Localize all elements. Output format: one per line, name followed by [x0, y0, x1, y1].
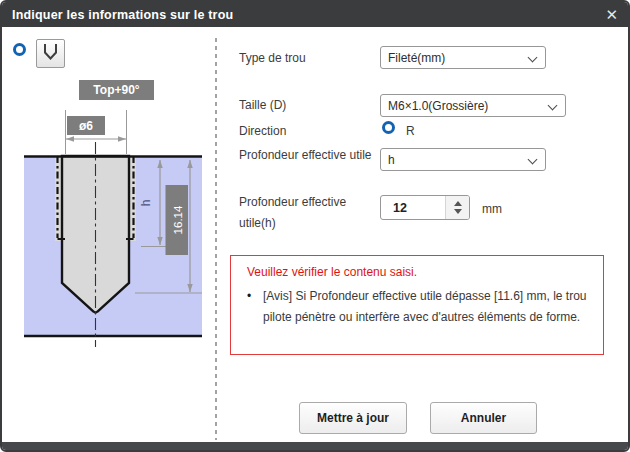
- blind-tapped-hole-icon: [39, 42, 62, 65]
- hole-shape-radio[interactable]: [13, 43, 26, 56]
- effective-depth-h-label: Profondeur effective utile(h): [239, 192, 374, 234]
- panel-separator: [215, 38, 217, 440]
- effective-depth-h-input[interactable]: 12: [380, 195, 470, 220]
- chevron-down-icon: [528, 53, 538, 63]
- orientation-badge: Top+90°: [79, 80, 154, 100]
- warning-message: [Avis] Si Profondeur effective utile dép…: [263, 286, 591, 328]
- diameter-arrow-left: [66, 136, 74, 141]
- thread-depth-symbol: h: [139, 200, 153, 207]
- effective-depth-h-value: 12: [381, 201, 445, 215]
- close-icon[interactable]: ✕: [605, 7, 618, 22]
- hole-type-value: Fileté(mm): [388, 51, 445, 65]
- diameter-badge-label: ø6: [79, 119, 93, 133]
- size-value: M6×1.0(Grossière): [388, 99, 488, 113]
- spinner-up-icon[interactable]: [454, 201, 462, 206]
- dialog-title: Indiquer les informations sur le trou: [12, 8, 605, 22]
- direction-value: R: [406, 121, 415, 142]
- spinner-buttons[interactable]: [445, 196, 469, 219]
- title-bar: Indiquer les informations sur le trou ✕: [2, 2, 628, 27]
- bullet-icon: •: [247, 286, 263, 328]
- spinner-down-icon[interactable]: [454, 209, 462, 214]
- direction-label: Direction: [239, 121, 286, 142]
- chevron-down-icon: [528, 155, 538, 165]
- hole-info-dialog: Indiquer les informations sur le trou ✕ …: [0, 0, 630, 452]
- effective-depth-label: Profondeur effective utile: [239, 145, 374, 166]
- size-select[interactable]: M6×1.0(Grossière): [380, 94, 566, 117]
- chevron-down-icon: [548, 101, 558, 111]
- size-label: Taille (D): [239, 95, 286, 116]
- hole-cross-section-diagram: ø6 h 16.14: [2, 102, 217, 352]
- diameter-arrow-right: [118, 136, 126, 141]
- hole-type-select[interactable]: Fileté(mm): [380, 46, 546, 69]
- warning-item: • [Avis] Si Profondeur effective utile d…: [247, 286, 591, 328]
- effective-depth-select[interactable]: h: [380, 148, 546, 171]
- validation-warning-box: Veuillez vérifier le contenu saisi. • [A…: [230, 255, 604, 355]
- effective-depth-value: h: [388, 153, 395, 167]
- update-button[interactable]: Mettre à jour: [299, 402, 407, 434]
- dialog-bottom-bar: [2, 442, 628, 450]
- hole-type-label: Type de trou: [239, 48, 306, 69]
- cancel-button[interactable]: Annuler: [430, 402, 537, 434]
- warning-title: Veuillez vérifier le contenu saisi.: [247, 265, 591, 279]
- unit-label: mm: [482, 202, 502, 216]
- dialog-window: Indiquer les informations sur le trou ✕ …: [0, 0, 630, 452]
- direction-radio[interactable]: [382, 121, 395, 134]
- hole-shape-option-button[interactable]: [36, 39, 65, 68]
- drill-depth-value: 16.14: [172, 205, 184, 234]
